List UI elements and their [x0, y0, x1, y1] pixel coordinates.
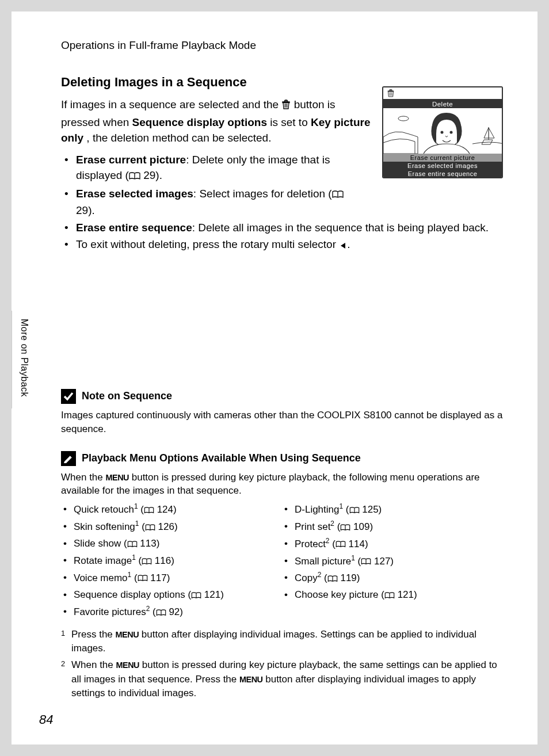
book-icon — [144, 503, 154, 518]
option-name: Erase current picture — [76, 154, 186, 166]
option-item: Copy2 ( 119) — [282, 570, 503, 587]
opt-label: Favorite pictures — [74, 606, 146, 617]
footnote-2: 2 When the MENU button is pressed during… — [61, 658, 503, 701]
option-desc: : Delete all images in the sequence that… — [192, 222, 489, 234]
book-icon — [340, 520, 350, 536]
intro-text: is set to — [270, 116, 311, 128]
footnote-text: When the MENU button is pressed during k… — [71, 658, 503, 701]
lcd-title: Delete — [383, 100, 502, 108]
list-item: Erase selected images: Select images for… — [61, 186, 354, 219]
note-block: Note on Sequence Images captured continu… — [61, 389, 503, 436]
opt-page: 114) — [346, 538, 368, 549]
footnote-1: 1 Press the MENU button after displaying… — [61, 628, 503, 656]
opt-label: Rotate image — [74, 555, 132, 566]
option-item: Print set2 ( 109) — [282, 518, 503, 536]
menu-word: MENU — [116, 630, 139, 639]
option-item: Favorite pictures2 ( 92) — [61, 604, 282, 621]
opt-sup: 2 — [326, 537, 330, 545]
opt-page: 117) — [148, 572, 170, 583]
intro-text: If images in a sequence are selected and… — [61, 98, 281, 110]
opt-label: Quick retouch — [74, 504, 134, 515]
list-item: To exit without deleting, press the rota… — [61, 236, 498, 254]
menu-word: MENU — [116, 660, 140, 670]
document-page: More on Playback Operations in Full-fram… — [12, 12, 537, 744]
note-body: Images captured continuously with camera… — [61, 408, 503, 436]
side-tab-label: More on Playback — [12, 311, 29, 397]
options-title: Playback Menu Options Available When Usi… — [82, 452, 361, 464]
opt-label: Voice memo — [74, 572, 128, 583]
opt-page: 125) — [360, 504, 382, 515]
trash-icon — [281, 98, 291, 114]
note-header: Note on Sequence — [61, 389, 503, 404]
opt-sup: 2 — [146, 605, 150, 613]
footnotes: 1 Press the MENU button after displaying… — [61, 628, 503, 701]
exit-text: . — [347, 238, 350, 250]
option-name: Erase entire sequence — [76, 222, 192, 234]
lcd-option: Erase entire sequence — [383, 170, 502, 178]
page-ref: 29). — [76, 204, 95, 216]
option-item: Protect2 ( 114) — [282, 536, 503, 553]
option-item: Skin softening1 ( 126) — [61, 518, 282, 536]
opt-label: Protect — [295, 538, 326, 549]
page-header: Operations in Full-frame Playback Mode — [61, 39, 503, 52]
opt-page: 121) — [395, 589, 417, 600]
opt-label: Print set — [295, 521, 330, 532]
opt-sup: 1 — [132, 553, 136, 562]
opt-page: 127) — [371, 555, 394, 566]
opt-label: Skin softening — [74, 521, 135, 532]
opt-page: 126) — [155, 521, 178, 532]
intro-bold: Sequence display options — [132, 116, 267, 128]
svg-point-2 — [441, 131, 444, 134]
option-desc: : Select images for deletion ( — [193, 188, 332, 200]
list-item: Erase entire sequence: Delete all images… — [61, 220, 498, 236]
option-item: Quick retouch1 ( 124) — [61, 501, 282, 518]
note-check-icon — [61, 389, 76, 404]
book-icon — [145, 520, 155, 536]
exit-text: To exit without deleting, press the rota… — [76, 238, 339, 250]
opt-page: 113) — [138, 538, 160, 549]
opt-sup: 1 — [135, 520, 139, 528]
opt-sup: 2 — [318, 571, 322, 579]
options-col-left: Quick retouch1 ( 124)Skin softening1 ( 1… — [61, 501, 282, 621]
side-tab: More on Playback — [12, 311, 35, 408]
opt-page: 92) — [166, 606, 183, 617]
book-icon — [332, 187, 344, 203]
trash-icon — [387, 89, 395, 99]
menu-word: MENU — [106, 473, 129, 482]
options-columns: Quick retouch1 ( 124)Skin softening1 ( 1… — [61, 501, 503, 621]
option-item: D-Lighting1 ( 125) — [282, 501, 503, 518]
book-icon — [129, 169, 140, 185]
opt-label: Choose key picture ( — [295, 589, 384, 600]
opt-label: Copy — [295, 572, 318, 583]
book-icon — [138, 571, 148, 586]
opt-label: Slide show ( — [74, 538, 127, 549]
lcd-preview: Delete Erase — [382, 86, 503, 178]
option-item: Rotate image1 ( 116) — [61, 552, 282, 570]
options-header: Playback Menu Options Available When Usi… — [61, 451, 503, 466]
option-item: Voice memo1 ( 117) — [61, 570, 282, 587]
opt-sup: 1 — [128, 571, 132, 579]
note-title: Note on Sequence — [82, 390, 172, 402]
lcd-menu: Erase current picture Erase selected ima… — [383, 154, 502, 178]
footnote-num: 1 — [61, 628, 71, 656]
options-pencil-icon — [61, 451, 76, 466]
opt-page: 124) — [154, 504, 177, 515]
menu-word: MENU — [239, 675, 263, 684]
book-icon — [127, 537, 138, 552]
book-icon — [191, 588, 201, 604]
book-icon — [349, 503, 360, 518]
opt-label: Sequence display options ( — [74, 589, 191, 600]
option-item: Sequence display options ( 121) — [61, 587, 282, 604]
svg-point-0 — [398, 116, 409, 121]
opt-sup: 1 — [351, 554, 355, 562]
book-icon — [327, 571, 338, 587]
option-item: Small picture1 ( 127) — [282, 553, 503, 570]
fn-text: When the — [71, 659, 116, 670]
opt-page: 121) — [201, 589, 224, 600]
page-number: 84 — [39, 712, 53, 727]
options-intro-text: When the — [61, 472, 106, 483]
lcd-option: Erase selected images — [383, 162, 502, 170]
option-item: Choose key picture ( 121) — [282, 587, 503, 604]
options-col-right: D-Lighting1 ( 125)Print set2 ( 109)Prote… — [282, 501, 503, 621]
list-item: Erase current picture: Delete only the i… — [61, 152, 354, 185]
